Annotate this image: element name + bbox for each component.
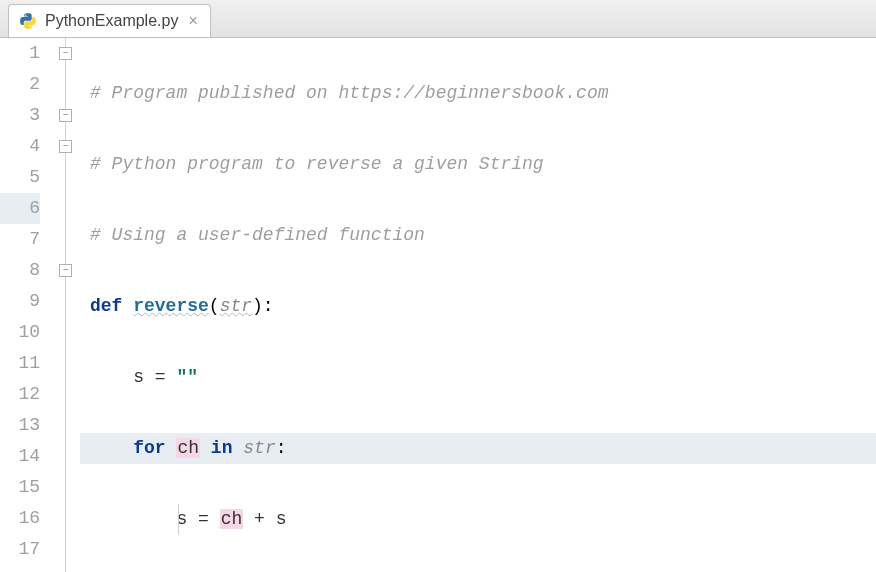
line-number: 2 [0,69,40,100]
comment-text: # Program published on https://beginners… [90,83,608,103]
line-number: 8 [0,255,40,286]
fold-toggle-icon[interactable]: − [59,109,72,122]
line-number: 6 [0,193,40,224]
parameter: str [220,296,252,316]
line-number: 10 [0,317,40,348]
keyword-for: for [133,438,165,458]
code-line[interactable]: def reverse(str): [80,291,876,322]
line-number: 11 [0,348,40,379]
fold-gutter: − − − − [52,38,80,572]
code-line[interactable]: s = "" [80,362,876,393]
highlighted-var: ch [176,438,200,458]
line-number: 3 [0,100,40,131]
line-number: 12 [0,379,40,410]
line-number: 5 [0,162,40,193]
code-line[interactable]: s = ch + s [80,504,876,535]
line-number: 9 [0,286,40,317]
line-number: 13 [0,410,40,441]
line-number-gutter: 1 2 3 4 5 6 7 8 9 10 11 12 13 14 15 16 1… [0,38,52,572]
comment-text: # Using a user-defined function [90,225,425,245]
close-tab-icon[interactable]: × [186,12,199,30]
code-line[interactable]: # Program published on https://beginners… [80,78,876,109]
comment-text: # Python program to reverse a given Stri… [90,154,544,174]
fold-toggle-icon[interactable]: − [59,264,72,277]
line-number: 4 [0,131,40,162]
code-content[interactable]: # Program published on https://beginners… [80,38,876,572]
code-line[interactable]: # Python program to reverse a given Stri… [80,149,876,180]
line-number: 1 [0,38,40,69]
fold-toggle-icon[interactable]: − [59,47,72,60]
line-number: 15 [0,472,40,503]
python-file-icon [19,12,37,30]
line-number: 16 [0,503,40,534]
indent-guide-icon [178,504,179,535]
parameter: str [243,438,275,458]
code-line[interactable]: # Using a user-defined function [80,220,876,251]
line-number: 14 [0,441,40,472]
code-line-current[interactable]: for ch in str: [80,433,876,464]
file-tab[interactable]: PythonExample.py × [8,4,211,37]
highlighted-var: ch [220,509,244,529]
string-literal: "" [176,367,198,387]
keyword-def: def [90,296,122,316]
tab-filename: PythonExample.py [45,12,178,30]
line-number: 7 [0,224,40,255]
keyword-in: in [211,438,233,458]
function-name: reverse [133,296,209,316]
code-editor[interactable]: 1 2 3 4 5 6 7 8 9 10 11 12 13 14 15 16 1… [0,38,876,572]
fold-toggle-icon[interactable]: − [59,140,72,153]
tab-bar: PythonExample.py × [0,0,876,38]
line-number: 17 [0,534,40,565]
